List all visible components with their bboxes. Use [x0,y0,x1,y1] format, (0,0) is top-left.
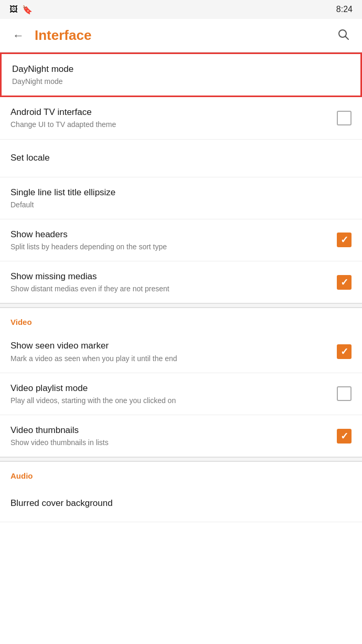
setting-subtitle: Mark a video as seen when you play it un… [10,354,337,363]
setting-title: Show headers [10,229,337,240]
video-thumbnails-checkbox[interactable] [337,429,352,444]
section-header-video: Video [0,308,362,331]
section-divider-audio [0,457,362,461]
android-tv-checkbox[interactable] [337,111,352,125]
setting-item-text: Video thumbnails Show video thumbnails i… [10,425,337,447]
setting-item-video-playlist-mode[interactable]: Video playlist mode Play all videos, sta… [0,373,362,415]
setting-item-show-missing-medias[interactable]: Show missing medias Show distant medias … [0,261,362,303]
show-headers-checkbox[interactable] [337,233,352,247]
setting-item-text: Android TV interface Change UI to TV ada… [10,107,337,129]
seen-video-marker-checkbox[interactable] [337,344,352,359]
setting-item-video-thumbnails[interactable]: Video thumbnails Show video thumbnails i… [0,415,362,457]
setting-item-blurred-cover[interactable]: Blurred cover background [0,484,362,522]
video-playlist-mode-checkbox[interactable] [337,386,352,401]
toolbar: ← Interface [0,19,362,52]
setting-item-show-headers[interactable]: Show headers Split lists by headers depe… [0,219,362,261]
setting-title: Blurred cover background [10,498,352,509]
back-button[interactable]: ← [8,25,28,47]
setting-item-text: Video playlist mode Play all videos, sta… [10,383,337,405]
setting-title: Show missing medias [10,271,337,282]
setting-subtitle: Show distant medias even if they are not… [10,284,337,293]
setting-item-single-line[interactable]: Single line list title ellipsize Default [0,177,362,219]
status-icons-left: 🖼 🔖 [9,5,33,15]
setting-item-text: Show seen video marker Mark a video as s… [10,340,337,363]
status-bar: 🖼 🔖 8:24 [0,0,362,19]
setting-subtitle: Split lists by headers depending on the … [10,242,337,251]
setting-item-text: Show headers Split lists by headers depe… [10,229,337,251]
setting-item-set-locale[interactable]: Set locale [0,140,362,177]
page-title: Interface [35,27,333,44]
show-missing-medias-checkbox[interactable] [337,275,352,290]
setting-title: Set locale [10,152,352,164]
setting-item-text: Set locale [10,152,352,164]
setting-title: Video thumbnails [10,425,337,436]
section-header-audio: Audio [0,461,362,484]
setting-title: Video playlist mode [10,383,337,394]
setting-item-text: Blurred cover background [10,498,352,509]
setting-item-show-seen-video-marker[interactable]: Show seen video marker Mark a video as s… [0,331,362,373]
svg-line-1 [346,36,349,39]
settings-list: DayNight mode DayNight mode Android TV i… [0,52,362,522]
setting-subtitle: Default [10,200,352,209]
setting-title: DayNight mode [12,64,350,75]
section-divider-video [0,303,362,308]
bookmark-icon: 🔖 [22,5,33,15]
status-time: 8:24 [336,5,353,14]
setting-title: Show seen video marker [10,340,337,352]
search-button[interactable] [333,24,354,48]
setting-subtitle: Play all videos, starting with the one y… [10,396,337,405]
setting-title: Android TV interface [10,107,337,118]
setting-subtitle: DayNight mode [12,77,350,86]
setting-subtitle: Show video thumbnails in lists [10,438,337,447]
setting-item-text: DayNight mode DayNight mode [12,64,350,86]
setting-item-text: Single line list title ellipsize Default [10,187,352,209]
setting-title: Single line list title ellipsize [10,187,352,198]
setting-item-daynight-mode[interactable]: DayNight mode DayNight mode [0,52,362,97]
setting-subtitle: Change UI to TV adapted theme [10,120,337,129]
setting-item-android-tv[interactable]: Android TV interface Change UI to TV ada… [0,97,362,139]
image-icon: 🖼 [9,5,18,15]
setting-item-text: Show missing medias Show distant medias … [10,271,337,293]
